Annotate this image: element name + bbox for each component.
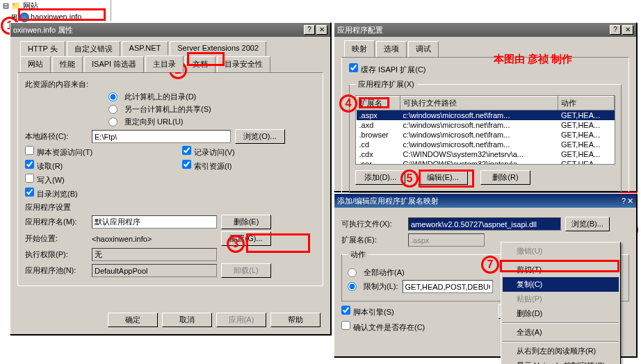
menu-undo[interactable]: 撤销(U) bbox=[503, 244, 619, 258]
ok-button[interactable]: 确定 bbox=[108, 313, 158, 327]
help-button[interactable]: 帮助 bbox=[270, 313, 320, 327]
cb-write[interactable] bbox=[25, 174, 34, 183]
tab-site[interactable]: 网站 bbox=[20, 56, 51, 72]
limit-input[interactable] bbox=[403, 280, 493, 293]
ext-input[interactable] bbox=[408, 233, 485, 247]
close-icon[interactable]: ✕ bbox=[627, 197, 633, 206]
table-row: .aspxc:\windows\microsoft.net\fram...GET… bbox=[357, 110, 615, 121]
browse-button[interactable]: 浏览(B)... bbox=[565, 217, 610, 231]
help-icon[interactable]: ? bbox=[304, 25, 315, 35]
radio-local[interactable] bbox=[108, 92, 117, 101]
tab-custom[interactable]: 自定义错误 bbox=[67, 41, 120, 56]
menu-paste[interactable]: 粘贴(P) bbox=[503, 292, 619, 306]
local-path-label: 本地路径(C): bbox=[25, 131, 88, 142]
marker-7: 7 bbox=[481, 256, 499, 274]
table-row: .browserc:\windows\microsoft.net\fram...… bbox=[357, 130, 615, 140]
exe-input[interactable] bbox=[408, 217, 561, 231]
tab-perf[interactable]: 性能 bbox=[52, 56, 83, 72]
cb-check[interactable] bbox=[341, 321, 350, 330]
app-ext-label: 应用程序扩展(X) bbox=[355, 79, 417, 90]
cb-read[interactable] bbox=[25, 160, 34, 169]
tab-sec[interactable]: 目录安全性 bbox=[217, 56, 270, 72]
radio-all[interactable] bbox=[348, 268, 357, 277]
menu-rtl[interactable]: 从右到左的阅读顺序(R) bbox=[503, 344, 619, 358]
menu-delete[interactable]: 删除(D) bbox=[503, 306, 619, 321]
prop-title: oxinwen.info 属性 bbox=[13, 25, 73, 35]
properties-dialog: oxinwen.info 属性 ?✕ HTTP 头 自定义错误 ASP.NET … bbox=[10, 22, 331, 335]
remove-button[interactable]: 删除(E) bbox=[221, 215, 271, 229]
cfg-title: 应用程序配置 bbox=[337, 25, 383, 35]
cb-cache[interactable] bbox=[349, 63, 358, 72]
marker-3: 3 bbox=[227, 235, 245, 253]
delete-button[interactable]: 删除(R) bbox=[480, 170, 530, 185]
close-icon[interactable]: ✕ bbox=[316, 25, 327, 35]
app-name-input[interactable] bbox=[92, 215, 217, 229]
browse-button[interactable]: 浏览(O)... bbox=[235, 129, 285, 144]
marker-4: 4 bbox=[339, 94, 357, 113]
tab-asp[interactable]: ASP.NET bbox=[122, 41, 169, 56]
cb-index[interactable] bbox=[182, 160, 191, 169]
src-from-label: 此资源的内容来自: bbox=[25, 79, 88, 90]
ext-table[interactable]: 扩展名可执行文件路径动作 .aspxc:\windows\microsoft.n… bbox=[355, 95, 615, 165]
radio-share[interactable] bbox=[108, 105, 117, 114]
app-pool[interactable] bbox=[92, 264, 217, 277]
menu-copy[interactable]: 复制(C) bbox=[503, 277, 619, 292]
exec-perm[interactable] bbox=[92, 248, 217, 261]
apply-button[interactable]: 应用(A) bbox=[216, 313, 266, 327]
local-path-input[interactable] bbox=[92, 130, 231, 143]
unload-button[interactable]: 卸载(L) bbox=[221, 263, 271, 278]
ext-label: 扩展名(E): bbox=[341, 235, 404, 245]
table-row: .axdc:\windows\microsoft.net\fram...GET,… bbox=[357, 120, 615, 130]
add-button[interactable]: 添加(D)... bbox=[355, 170, 405, 185]
cb-log[interactable] bbox=[182, 146, 191, 155]
tab-http[interactable]: HTTP 头 bbox=[20, 41, 65, 56]
start-location: <haoxinwen.info> bbox=[92, 235, 217, 243]
menu-selall[interactable]: 全选(A) bbox=[503, 325, 619, 340]
close-icon[interactable]: ✕ bbox=[622, 25, 633, 35]
tab-opt[interactable]: 选项 bbox=[376, 41, 407, 57]
cb-engine[interactable] bbox=[341, 306, 350, 315]
table-row: .cdxC:\WINDOWS\system32\inetsrv\a...GET,… bbox=[357, 149, 615, 159]
tab-isapi[interactable]: ISAPI 筛选器 bbox=[84, 56, 144, 72]
tab-map[interactable]: 映射 bbox=[344, 40, 375, 57]
help-icon[interactable]: ? bbox=[610, 25, 621, 35]
help-icon[interactable]: ? bbox=[622, 197, 626, 206]
tab-home[interactable]: 主目录 bbox=[145, 56, 184, 72]
cb-browse[interactable] bbox=[25, 188, 34, 197]
radio-limit[interactable] bbox=[348, 282, 357, 291]
app-settings-label: 应用程序设置 bbox=[25, 202, 316, 213]
radio-redirect[interactable] bbox=[108, 117, 117, 126]
marker-5: 5 bbox=[400, 169, 419, 188]
cb-script[interactable] bbox=[25, 146, 34, 155]
menu-uctl[interactable]: 显示 Unicode 控制字符(S) bbox=[503, 358, 619, 364]
credit-text: 本图由 彦祯 制作 bbox=[494, 53, 572, 66]
dlg-title: 添加/编辑应用程序扩展名映射 bbox=[337, 196, 439, 206]
cancel-button[interactable]: 取消 bbox=[162, 313, 212, 327]
verbs-label: 动作 bbox=[348, 249, 368, 260]
table-row: .cdc:\windows\microsoft.net\fram...GET,H… bbox=[357, 140, 615, 149]
exe-label: 可执行文件(X): bbox=[341, 219, 404, 229]
tab-dbg[interactable]: 调试 bbox=[408, 41, 439, 57]
table-row: .cerC:\WINDOWS\system32\inetsrv\a...GET,… bbox=[357, 159, 615, 165]
